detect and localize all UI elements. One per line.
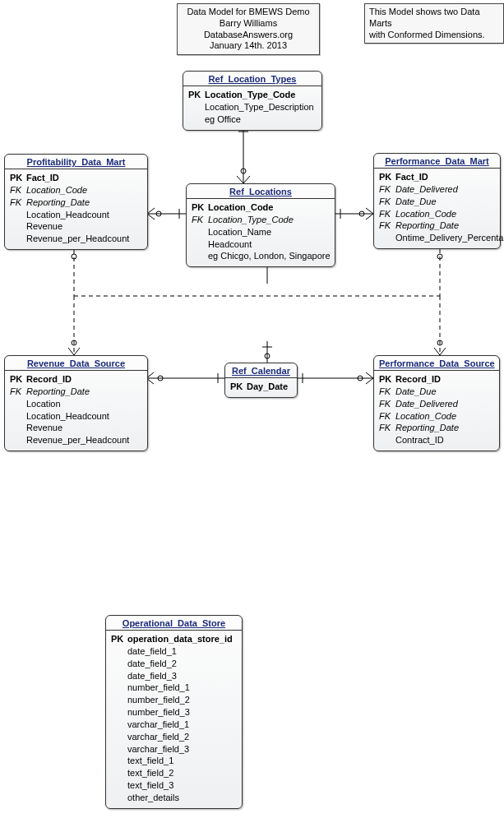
attr-name: Date_Delivered (395, 183, 458, 196)
attr-row: text_field_3 (111, 779, 237, 792)
attr-row: Location_Type_Description (188, 101, 317, 113)
attr-row: FKReporting_Date (10, 196, 142, 209)
entity-ref-locations: Ref_Locations PKLocation_CodeFKLocation_… (186, 183, 335, 267)
attr-name: varchar_field_2 (127, 731, 189, 743)
svg-point-4 (241, 169, 246, 173)
attr-name: Location_Name (208, 226, 271, 238)
svg-line-11 (366, 208, 373, 214)
attr-name: Revenue (26, 422, 62, 434)
attr-key: PK (230, 381, 247, 393)
attr-name: Date_Due (395, 196, 437, 208)
note-line: Data Model for BMEWS Demo (182, 7, 315, 18)
attr-name: Location_Type_Description (205, 101, 314, 113)
attr-key: FK (379, 410, 395, 423)
attr-row: PKFact_ID (379, 171, 495, 183)
svg-point-41 (437, 254, 442, 259)
attr-name: other_details (127, 792, 179, 804)
attr-key (192, 226, 208, 238)
attr-key (111, 670, 127, 682)
attr-row: Headcount (192, 238, 330, 251)
attr-row: FKDate_Delivered (379, 183, 495, 196)
attr-name: Ontime_Delivery_Percentage (395, 232, 504, 244)
attr-name: eg Office (205, 113, 241, 126)
note-line: DatabaseAnswers.org (182, 30, 315, 41)
entity-title: Revenue_Data_Source (5, 356, 147, 371)
attr-name: date_field_3 (127, 670, 177, 682)
attr-key (10, 398, 26, 410)
svg-point-27 (265, 354, 270, 358)
attr-row: FKLocation_Code (379, 410, 494, 423)
svg-point-23 (358, 376, 363, 381)
attr-key (111, 779, 127, 792)
attr-row: text_field_1 (111, 755, 237, 767)
attr-key: FK (10, 184, 26, 196)
attr-key (10, 422, 26, 434)
entity-attrs: PKRecord_IDFKReporting_DateLocationLocat… (5, 371, 147, 451)
attr-name: text_field_2 (127, 767, 173, 779)
attr-row: number_field_3 (111, 706, 237, 719)
svg-line-6 (147, 208, 155, 214)
entity-ref-calendar: Ref_Calendar PKDay_Date (224, 363, 298, 398)
attr-key (111, 658, 127, 670)
entity-attrs: PKLocation_Type_CodeLocation_Type_Descri… (183, 86, 321, 130)
attr-name: Reporting_Date (26, 196, 90, 209)
attr-row: FKDate_Delivered (379, 398, 494, 410)
attr-key: PK (188, 89, 205, 101)
note-line: Barry Williams (182, 18, 315, 30)
attr-row: Location_Headcount (10, 209, 142, 221)
attr-key (111, 767, 127, 779)
entity-attrs: PKFact_IDFKDate_DeliveredFKDate_DueFKLoc… (374, 169, 500, 248)
attr-name: Location_Type_Code (205, 89, 295, 101)
attr-key (10, 209, 26, 221)
attr-key (192, 238, 208, 251)
attr-name: date_field_1 (127, 645, 177, 658)
attr-name: Location_Code (208, 201, 273, 214)
svg-point-8 (156, 211, 161, 216)
attr-row: FKDate_Due (379, 386, 494, 398)
attr-key: PK (10, 172, 26, 184)
attr-key (111, 792, 127, 804)
attr-name: operation_data_store_id (127, 633, 233, 645)
attr-key: FK (379, 386, 395, 398)
attr-row: varchar_field_2 (111, 731, 237, 743)
attr-row: Revenue_per_Headcount (10, 434, 142, 446)
attr-row: number_field_1 (111, 682, 237, 694)
entity-attrs: PKLocation_CodeFKLocation_Type_CodeLocat… (187, 199, 335, 266)
attr-key (111, 645, 127, 658)
attr-name: Contract_ID (395, 434, 444, 446)
attr-row: Ontime_Delivery_Percentage (379, 232, 495, 244)
attr-name: varchar_field_3 (127, 743, 189, 756)
attr-name: Record_ID (395, 373, 441, 386)
svg-line-37 (434, 348, 440, 355)
attr-row: PKDay_Date (230, 381, 292, 393)
attr-name: Date_Delivered (395, 398, 458, 410)
attr-name: Location_Code (395, 410, 456, 423)
attr-row: other_details (111, 792, 237, 804)
attr-name: number_field_1 (127, 682, 190, 694)
svg-line-38 (440, 348, 446, 355)
entity-title: Operational_Data_Store (106, 616, 242, 631)
svg-point-36 (72, 340, 76, 345)
attr-name: Reporting_Date (26, 386, 90, 398)
entity-attrs: PKDay_Date (225, 378, 297, 397)
note-line: January 14th. 2013 (182, 40, 315, 52)
attr-name: Revenue_per_Headcount (26, 233, 129, 245)
attr-key (192, 250, 208, 262)
attr-row: number_field_2 (111, 694, 237, 706)
attr-key: FK (379, 398, 395, 410)
entity-title: Profitability_Data_Mart (5, 155, 147, 169)
entity-title: Ref_Location_Types (183, 72, 321, 86)
attr-row: Revenue (10, 422, 142, 434)
attr-key: FK (192, 214, 208, 226)
attr-row: FKLocation_Code (10, 184, 142, 196)
note-model-info: Data Model for BMEWS Demo Barry Williams… (177, 3, 320, 55)
attr-row: FKReporting_Date (10, 386, 142, 398)
attr-row: Location (10, 398, 142, 410)
entity-profitability-data-mart: Profitability_Data_Mart PKFact_IDFKLocat… (4, 154, 148, 250)
attr-row: text_field_2 (111, 767, 237, 779)
svg-point-13 (359, 211, 364, 216)
attr-key: FK (10, 386, 26, 398)
attr-name: Location_Headcount (26, 209, 109, 221)
attr-row: eg Chicgo, London, Singapore (192, 250, 330, 262)
attr-key: FK (379, 208, 395, 220)
